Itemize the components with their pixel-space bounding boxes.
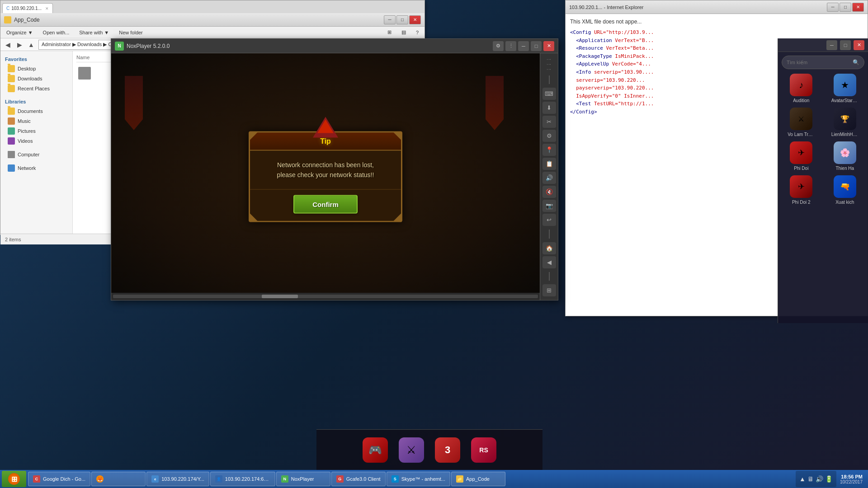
clipboard-button[interactable]: 📋 (542, 158, 556, 170)
tab-close-icon[interactable]: ✕ (45, 6, 49, 11)
help-button[interactable]: ? (412, 28, 423, 37)
minimize-button[interactable]: ─ (384, 15, 396, 24)
taskbar-item-ie1[interactable]: e 103.90.220.174/Y... (146, 472, 209, 486)
nox-maximize-button[interactable]: □ (531, 41, 542, 51)
home-button[interactable]: 🏠 (542, 242, 556, 254)
taskbar-item-gcafe[interactable]: G Gcafe3.0 Client (331, 472, 386, 486)
sidebar-item-desktop[interactable]: Desktop (0, 64, 72, 74)
app-search-input[interactable] (787, 60, 853, 65)
confirm-button[interactable]: Confirm (293, 195, 358, 213)
sidebar-close-button[interactable]: ✕ (854, 40, 864, 50)
skype-icon: S (392, 475, 399, 483)
screenshot-button[interactable]: ✂ (542, 116, 556, 128)
app-item-thienha[interactable]: 🌸 Thien Ha (826, 141, 865, 171)
taskbar-item-appcode[interactable]: 📁 App_Code (451, 472, 505, 486)
maximize-button[interactable]: □ (396, 15, 408, 24)
app-item-audition[interactable]: ♪ Audition (782, 74, 821, 103)
taskbar-item-nox-label: NoxPlayer (291, 476, 314, 482)
close-button[interactable]: ✕ (409, 15, 421, 24)
taskbar-item-coccoc[interactable]: C Google Dich - Go... (28, 472, 90, 486)
scroll-thumb[interactable] (262, 295, 298, 298)
forward-button[interactable]: ▶ (14, 40, 25, 50)
organize-button[interactable]: Organize ▼ (2, 28, 37, 37)
shake-button[interactable]: 📷 (542, 200, 556, 212)
download-button[interactable]: ⬇ (542, 102, 556, 114)
taskbar-item-nox[interactable]: N NoxPlayer (276, 472, 330, 486)
settings-tool-button[interactable]: ⚙ (542, 130, 556, 142)
sidebar-item-desktop-label: Desktop (18, 66, 36, 71)
xml-maximize-button[interactable]: □ (840, 3, 851, 12)
app-item-lienminh[interactable]: 🏆 LienMinhHuy... (826, 108, 865, 137)
sidebar-item-music[interactable]: Music (0, 116, 72, 126)
up-button[interactable]: ▲ (26, 40, 37, 50)
favorites-label[interactable]: Favorites (0, 55, 72, 64)
app-item-xuatkich[interactable]: 🔫 Xuat kich (826, 175, 865, 205)
explorer-window-icon (4, 16, 11, 23)
nox-extra-button[interactable]: ⋮ (505, 41, 516, 51)
share-with-button[interactable]: Share with ▼ (75, 28, 113, 37)
nox-settings-button[interactable]: ⚙ (493, 41, 504, 51)
back-button[interactable]: ◀ (2, 40, 13, 50)
app-item-phidoi[interactable]: ✈ Phi Doi (782, 141, 821, 171)
clock-time: 18:56 PM (840, 474, 863, 479)
more-apps-icon[interactable]: ⋮⋮⋮ (546, 57, 552, 72)
volume-down-button[interactable]: 🔇 (542, 186, 556, 198)
location-button[interactable]: 📍 (542, 144, 556, 156)
dialog-title: Tip (320, 137, 331, 145)
sidebar-item-pictures[interactable]: Pictures (0, 126, 72, 136)
keyboard-button[interactable]: ⌨ (542, 88, 556, 100)
sidebar-item-network[interactable]: Network (0, 163, 72, 173)
volam-label: Vo Lam Truy... (788, 132, 815, 137)
nox-minimize-button[interactable]: ─ (518, 41, 529, 51)
app-item-avatarstar[interactable]: ★ AvatarStarVN (826, 74, 865, 103)
back-nav-button[interactable]: ◀ (542, 256, 556, 268)
taskbar-item-skype[interactable]: S Skype™ - anhemt... (387, 472, 450, 486)
sidebar-item-downloads[interactable]: Downloads (0, 74, 72, 84)
horizontal-scrollbar[interactable] (111, 293, 540, 300)
lienminh-icon-image: 🏆 (840, 115, 849, 123)
app-sidebar-body: 🔍 ♪ Audition ★ AvatarStarVN (778, 52, 868, 323)
clock[interactable]: 18:56 PM 10/22/2017 (840, 474, 863, 484)
nox-taskbar-icon: N (281, 475, 288, 483)
nox-close-button[interactable]: ✕ (543, 41, 554, 51)
lienminh-label: LienMinhHuy... (831, 132, 859, 137)
taskbar-item-firefox[interactable]: 🦊 (91, 472, 146, 486)
sidebar-restore-button[interactable]: □ (840, 40, 851, 50)
game-icon-2[interactable]: ⚔ (399, 437, 424, 463)
view-toggle-button[interactable]: ⊞ (383, 28, 396, 37)
taskbar-item-ie2[interactable]: 👤 103.90.220.174:68... (210, 472, 275, 486)
app-grid: ♪ Audition ★ AvatarStarVN ⚔ Vo Lam Truy.… (782, 74, 864, 205)
open-with-button[interactable]: Open with... (39, 28, 74, 37)
sidebar-minimize-button[interactable]: ─ (826, 40, 837, 50)
sidebar-item-documents[interactable]: Documents (0, 106, 72, 116)
start-button[interactable]: ⊞ (2, 471, 26, 487)
xml-minimize-button[interactable]: ─ (827, 3, 839, 12)
sidebar-item-computer[interactable]: Computer (0, 150, 72, 160)
xml-title: 103.90.220.1... - Internet Explorer (569, 5, 827, 10)
xml-close-button[interactable]: ✕ (852, 3, 864, 12)
app-search-bar[interactable]: 🔍 (782, 56, 864, 69)
tray-up-arrow-icon[interactable]: ▲ (799, 475, 806, 483)
tray-power-icon[interactable]: 🔋 (825, 475, 833, 483)
game-icon-3[interactable]: 3 (435, 437, 460, 463)
tray-network-icon[interactable]: 🖥 (807, 475, 814, 483)
app-item-volam[interactable]: ⚔ Vo Lam Truy... (782, 108, 821, 137)
libraries-label[interactable]: Libraries (0, 97, 72, 106)
videos-icon (8, 137, 15, 145)
rotate-button[interactable]: ↩ (542, 214, 556, 226)
xml-notice: This XML file does not appe... (570, 19, 863, 25)
expand-button[interactable]: ⊞ (542, 284, 556, 296)
game-icon-1[interactable]: 🎮 (363, 437, 388, 463)
volume-up-button[interactable]: 🔊 (542, 172, 556, 184)
sidebar-item-videos[interactable]: Videos (0, 136, 72, 146)
tray-volume-icon[interactable]: 🔊 (816, 475, 823, 483)
computer-section: Computer (0, 150, 72, 160)
sidebar-item-recent[interactable]: Recent Places (0, 84, 72, 94)
game-icon-4[interactable]: RS (471, 437, 496, 463)
browser-tab[interactable]: C 103.90.220.1... ✕ (2, 3, 53, 13)
view-details-button[interactable]: ▤ (397, 28, 410, 37)
sidebar-item-pictures-label: Pictures (18, 128, 36, 134)
new-folder-button[interactable]: New folder (115, 28, 147, 37)
app-item-phidoi2[interactable]: ✈ Phi Doi 2 (782, 175, 821, 205)
taskbar-item-ie2-label: 103.90.220.174:68... (225, 476, 270, 482)
